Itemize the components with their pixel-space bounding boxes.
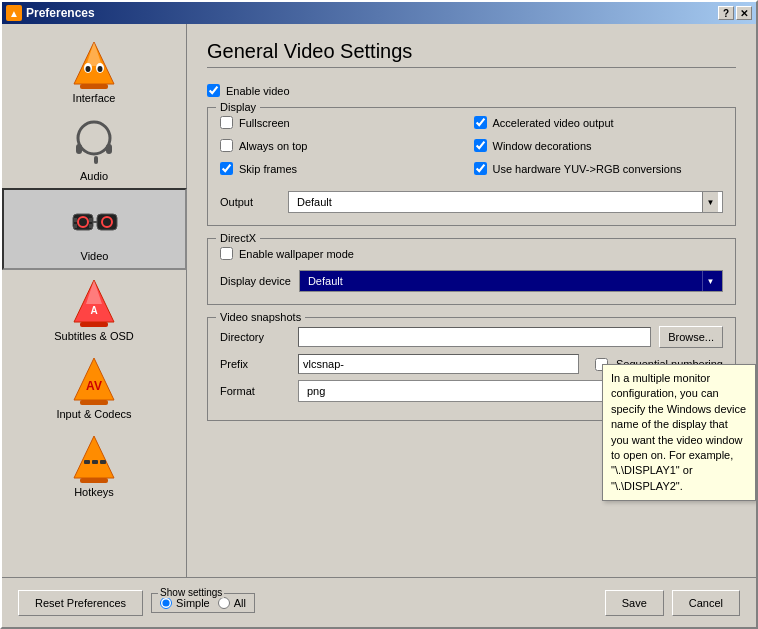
- wallpaper-label: Enable wallpaper mode: [239, 248, 354, 260]
- enable-video-checkbox[interactable]: [207, 84, 220, 97]
- sidebar-subtitles-label: Subtitles & OSD: [54, 330, 133, 342]
- svg-marker-27: [74, 436, 114, 478]
- accelerated-video-label: Accelerated video output: [493, 117, 614, 129]
- wallpaper-checkbox[interactable]: [220, 247, 233, 260]
- close-button[interactable]: ✕: [736, 6, 752, 20]
- svg-rect-2: [80, 84, 108, 89]
- window-decorations-checkbox[interactable]: [474, 139, 487, 152]
- svg-text:AV: AV: [86, 379, 102, 393]
- display-group: Display Fullscreen Always on top: [207, 107, 736, 226]
- skip-frames-row: Skip frames: [220, 162, 470, 175]
- title-bar-buttons: ? ✕: [718, 6, 752, 20]
- svg-rect-19: [89, 224, 92, 228]
- accelerated-video-row: Accelerated video output: [474, 116, 724, 129]
- input-icon: AV: [68, 354, 120, 406]
- enable-video-label: Enable video: [226, 85, 290, 97]
- always-on-top-row: Always on top: [220, 139, 470, 152]
- svg-rect-16: [74, 218, 77, 222]
- svg-rect-29: [84, 460, 90, 464]
- directory-row: Directory Browse...: [220, 326, 723, 348]
- output-arrow[interactable]: ▼: [702, 192, 718, 212]
- accelerated-video-checkbox[interactable]: [474, 116, 487, 129]
- sidebar-audio-label: Audio: [80, 170, 108, 182]
- fullscreen-checkbox[interactable]: [220, 116, 233, 129]
- svg-point-7: [78, 122, 110, 154]
- title-bar: ▲ Preferences ? ✕: [2, 2, 756, 24]
- svg-rect-22: [80, 322, 108, 327]
- sidebar-item-interface[interactable]: Interface: [2, 32, 186, 110]
- always-on-top-label: Always on top: [239, 140, 307, 152]
- svg-rect-17: [74, 224, 77, 228]
- svg-point-6: [98, 66, 103, 72]
- preferences-window: ▲ Preferences ? ✕: [0, 0, 758, 629]
- svg-rect-25: [80, 400, 108, 405]
- hotkeys-icon: [68, 432, 120, 484]
- enable-video-row: Enable video: [207, 84, 736, 97]
- audio-icon: [68, 116, 120, 168]
- interface-icon: [68, 38, 120, 90]
- display-device-value: Default: [304, 275, 702, 287]
- tooltip: In a multiple monitor configuration, you…: [602, 364, 756, 501]
- all-label: All: [234, 597, 246, 609]
- directory-input[interactable]: [298, 327, 651, 347]
- output-row: Output Default ▼: [220, 191, 723, 213]
- sidebar: Interface Audio: [2, 24, 187, 577]
- prefix-input[interactable]: [298, 354, 579, 374]
- content-area: Interface Audio: [2, 24, 756, 577]
- all-radio[interactable]: [218, 597, 230, 609]
- bottom-bar: Reset Preferences Show settings Simple A…: [2, 577, 756, 627]
- directx-group-title: DirectX: [216, 232, 260, 244]
- main-content: General Video Settings Enable video Disp…: [187, 24, 756, 577]
- page-title: General Video Settings: [207, 40, 736, 68]
- directx-group: DirectX Enable wallpaper mode Display de…: [207, 238, 736, 305]
- svg-point-5: [86, 66, 91, 72]
- output-select[interactable]: Default ▼: [288, 191, 723, 213]
- display-device-label: Display device: [220, 275, 291, 287]
- sidebar-item-input[interactable]: AV Input & Codecs: [2, 348, 186, 426]
- simple-radio-row: Simple: [160, 597, 210, 609]
- cancel-button[interactable]: Cancel: [672, 590, 740, 616]
- output-value: Default: [293, 196, 702, 208]
- display-device-arrow[interactable]: ▼: [702, 271, 718, 291]
- help-button[interactable]: ?: [718, 6, 734, 20]
- svg-rect-10: [94, 156, 98, 164]
- window-title: Preferences: [26, 6, 95, 20]
- snapshots-group-title: Video snapshots: [216, 311, 305, 323]
- sidebar-item-hotkeys[interactable]: Hotkeys: [2, 426, 186, 504]
- browse-button[interactable]: Browse...: [659, 326, 723, 348]
- output-label: Output: [220, 196, 280, 208]
- reset-preferences-button[interactable]: Reset Preferences: [18, 590, 143, 616]
- directory-label: Directory: [220, 331, 290, 343]
- svg-rect-9: [106, 144, 112, 154]
- sidebar-item-audio[interactable]: Audio: [2, 110, 186, 188]
- sidebar-item-subtitles[interactable]: A Subtitles & OSD: [2, 270, 186, 348]
- simple-label: Simple: [176, 597, 210, 609]
- svg-rect-30: [92, 460, 98, 464]
- display-options: Fullscreen Always on top Skip frames: [220, 116, 723, 185]
- svg-rect-18: [89, 218, 92, 222]
- fullscreen-row: Fullscreen: [220, 116, 470, 129]
- show-settings-group: Show settings Simple All: [151, 593, 255, 613]
- svg-rect-8: [76, 144, 82, 154]
- always-on-top-checkbox[interactable]: [220, 139, 233, 152]
- prefix-label: Prefix: [220, 358, 290, 370]
- save-button[interactable]: Save: [605, 590, 664, 616]
- hardware-yuv-row: Use hardware YUV->RGB conversions: [474, 162, 724, 175]
- hardware-yuv-checkbox[interactable]: [474, 162, 487, 175]
- sidebar-video-label: Video: [81, 250, 109, 262]
- display-group-title: Display: [216, 101, 260, 113]
- svg-rect-31: [100, 460, 106, 464]
- sidebar-input-label: Input & Codecs: [56, 408, 131, 420]
- simple-radio[interactable]: [160, 597, 172, 609]
- window-decorations-row: Window decorations: [474, 139, 724, 152]
- hardware-yuv-label: Use hardware YUV->RGB conversions: [493, 163, 682, 175]
- all-radio-row: All: [218, 597, 246, 609]
- sidebar-hotkeys-label: Hotkeys: [74, 486, 114, 498]
- wallpaper-row: Enable wallpaper mode: [220, 247, 723, 260]
- format-label: Format: [220, 385, 290, 397]
- skip-frames-checkbox[interactable]: [220, 162, 233, 175]
- svg-text:A: A: [90, 305, 97, 316]
- sidebar-item-video[interactable]: Video: [2, 188, 187, 270]
- window-decorations-label: Window decorations: [493, 140, 592, 152]
- display-device-select[interactable]: Default ▼: [299, 270, 723, 292]
